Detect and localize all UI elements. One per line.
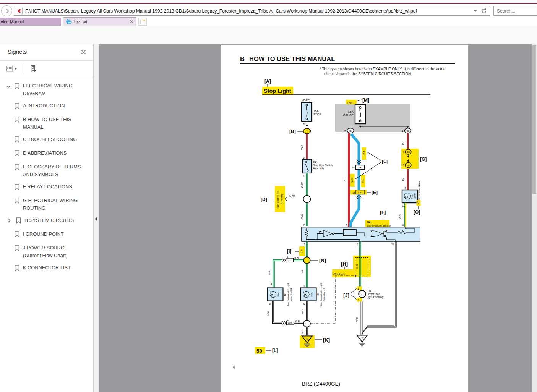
- locate-bookmark-button[interactable]: [26, 63, 40, 75]
- component-name: Light Assembly: [367, 296, 384, 299]
- ground-label: H1: [306, 337, 309, 340]
- search-input[interactable]: [494, 8, 537, 14]
- bookmark-e-glossary[interactable]: E GLOSSARY OF TERMSAND SYMBOLS: [15, 163, 92, 178]
- tab-label: vice Manual: [1, 19, 24, 24]
- nav-forward-button[interactable]: [1, 5, 12, 16]
- bookmark-j-power-source[interactable]: J POWER SOURCE(Current Flow Chart): [15, 244, 92, 259]
- bookmark-label: D ABBREVIATIONS: [23, 149, 67, 157]
- component-name: Assembly LH: [323, 288, 325, 301]
- pin-label: 4: [402, 130, 403, 133]
- fuse-name: GAUGE: [343, 113, 354, 117]
- callout-o: [O]: [414, 209, 420, 215]
- tab-bar: vice Manual brz_wi: [0, 17, 537, 26]
- bookmark-icon: [15, 264, 21, 273]
- wire-label-wb: W-B: [267, 311, 269, 316]
- bookmark-f-relay-locations[interactable]: F RELAY LOCATIONS: [15, 183, 92, 192]
- bookmark-c-troubleshooting[interactable]: C TROUBLESHOOTING: [15, 136, 92, 145]
- connector-label: 1: [306, 130, 308, 133]
- chevron-down-icon: [474, 10, 477, 12]
- address-dropdown-button[interactable]: [472, 8, 478, 15]
- bookmark-icon: [15, 230, 21, 240]
- wire-label-gr: G-R: [294, 256, 299, 259]
- fuse-name: STOP: [313, 113, 321, 116]
- section-letter: B: [240, 55, 245, 62]
- bookmark-root-electrical-wiring-diagram[interactable]: ELECTRICAL WIRINGDIAGRAM: [6, 82, 92, 97]
- address-row: F:\HOT MANUALS\Subaru Legacy All Cars Wo…: [0, 5, 537, 17]
- bookmark-label: G ELECTRICAL WIRING: [23, 197, 78, 204]
- panel-collapse-strip[interactable]: [94, 44, 99, 392]
- wire-label-wb: W-B: [355, 317, 358, 322]
- pin-label: 2: [358, 287, 359, 290]
- pin-label: 2: [303, 156, 305, 159]
- pin-label: 1: [287, 255, 288, 258]
- component-name: Rear: [410, 194, 413, 199]
- bookmark-a-introduction[interactable]: A INTRODUCTION: [15, 102, 92, 111]
- new-tab-icon: [140, 19, 145, 24]
- wire-label-gw: G-W: [289, 194, 295, 197]
- callout-d: [D]: [261, 197, 267, 202]
- pdf-page-number: 4: [232, 365, 235, 370]
- chevron-expanded-icon[interactable]: [6, 82, 12, 97]
- chevron-collapsed-icon[interactable]: [8, 217, 14, 226]
- panel-collapse-arrow-icon: [95, 217, 97, 221]
- close-icon: [81, 50, 86, 55]
- bookmark-label: (Current Flow Chart): [23, 252, 68, 259]
- bookmark-label: J POWER SOURCE: [23, 244, 68, 252]
- ig-label: (IG): [347, 101, 353, 104]
- bookmarks-toolbar-separator: [24, 63, 24, 74]
- bookmark-b-how-to-use[interactable]: B HOW TO USE THISMANUAL: [15, 116, 92, 131]
- vertical-scrollbar[interactable]: [532, 44, 537, 392]
- shielded-label: (Shielded): [333, 273, 345, 276]
- connector-label: 3C: [407, 164, 410, 167]
- wire-label-gw: G-W: [301, 182, 303, 188]
- refresh-button[interactable]: [481, 8, 487, 15]
- bookmark-i-ground-point[interactable]: I GROUND POINT: [15, 230, 92, 240]
- component-code: H7: [417, 201, 419, 204]
- bat-label: (BAT): [302, 99, 310, 102]
- pin-label: 3: [269, 302, 271, 305]
- bookmark-k-connector-list[interactable]: K CONNECTOR LIST: [15, 264, 92, 273]
- scrollbar-thumb[interactable]: [532, 45, 536, 194]
- tab-service-manual[interactable]: vice Manual: [0, 18, 61, 26]
- wire-label-gr: G-R: [301, 270, 303, 274]
- bookmark-d-abbreviations[interactable]: D ABBREVIATIONS: [15, 149, 92, 159]
- pin-label: 6: [303, 302, 305, 305]
- close-icon: [130, 20, 133, 23]
- address-bar[interactable]: F:\HOT MANUALS\Subaru Legacy All Cars Wo…: [14, 6, 490, 16]
- pdf-toolbar: / 463: [0, 26, 537, 45]
- wire-label-rl: R-L: [402, 141, 404, 145]
- bookmarks-panel-title: Signets: [8, 49, 27, 55]
- main-area: Signets ELECTRICAL WIRINGDIAGRAM A INTRO…: [0, 44, 537, 392]
- fuse-amp: 7.5A: [347, 110, 354, 113]
- bookmarks-close-button[interactable]: [80, 49, 87, 55]
- system-title: Stop Light: [264, 88, 291, 94]
- connector-label: HJ1: [288, 322, 292, 324]
- component-code: J7: [284, 293, 286, 296]
- wire-label-rl: R-L: [402, 177, 404, 181]
- search-box[interactable]: [493, 6, 537, 16]
- tab-brz-wi-active[interactable]: brz_wi: [63, 17, 136, 26]
- wire-label-gw: G-W: [301, 213, 303, 219]
- new-tab-button[interactable]: [138, 18, 147, 26]
- pin-label: 2: [304, 243, 305, 246]
- callout-a: [A]: [264, 79, 271, 84]
- bookmark-locate-icon: [29, 65, 37, 73]
- rear-combination-light-rh: Stop J7 Rear Combination Light Assembly …: [268, 283, 292, 306]
- document-pane: B HOW TO USE THIS MANUAL * The system sh…: [99, 44, 537, 392]
- bookmark-h-system-circuits[interactable]: H SYSTEM CIRCUITS: [8, 217, 92, 226]
- pin-label: 15: [401, 164, 404, 167]
- ie-logo-icon: [66, 19, 72, 24]
- bookmark-label: MANUAL: [23, 123, 71, 131]
- bulb-label: Stop: [310, 292, 313, 297]
- callout-i: [I]: [287, 249, 291, 254]
- tab-close-button[interactable]: [130, 19, 133, 24]
- pin-label: 3: [344, 130, 346, 133]
- wire-label-gr: G-R: [355, 264, 358, 269]
- callout-b: [B]: [289, 129, 296, 134]
- splice-junction: [303, 320, 310, 327]
- connector-label: HJ1: [288, 259, 292, 262]
- section-title: HOW TO USE THIS MANUAL: [249, 55, 335, 62]
- bookmark-g-wiring-routing[interactable]: G ELECTRICAL WIRINGROUTING: [15, 197, 92, 212]
- bookmarks-options-button[interactable]: [3, 63, 20, 75]
- forward-arrow-icon: [4, 8, 10, 14]
